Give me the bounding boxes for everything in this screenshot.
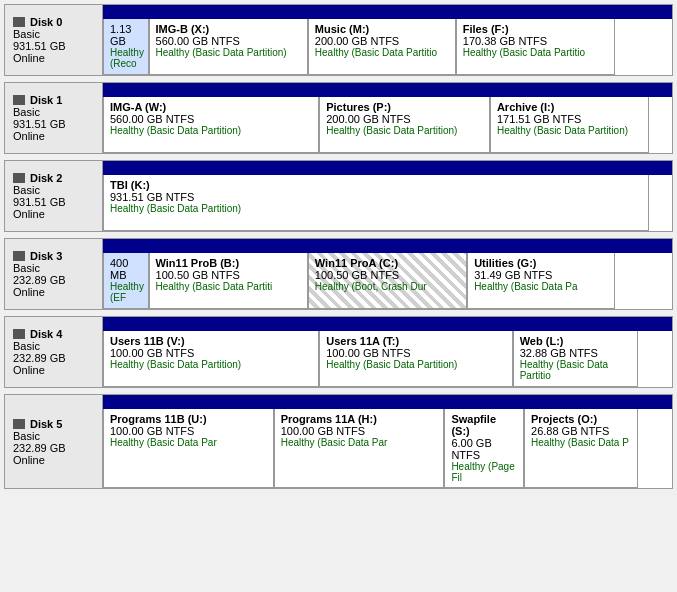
disk-type-1: Basic [13, 106, 94, 118]
partition-size-0-3: 170.38 GB NTFS [463, 35, 608, 47]
partition-status-0-2: Healthy (Basic Data Partitio [315, 47, 449, 58]
partition-4-1[interactable]: Users 11A (T:)100.00 GB NTFSHealthy (Bas… [319, 331, 512, 387]
disk-status-3: Online [13, 286, 94, 298]
disk-type-4: Basic [13, 340, 94, 352]
disk-name-5: Disk 5 [13, 418, 94, 430]
partition-status-3-3: Healthy (Basic Data Pa [474, 281, 608, 292]
partition-name-0-2: Music (M:) [315, 23, 449, 35]
partition-name-3-2: Win11 ProA (C:) [315, 257, 460, 269]
partition-name-5-2: Swapfile (S:) [451, 413, 517, 437]
partition-size-1-2: 171.51 GB NTFS [497, 113, 642, 125]
partitions-area-1: IMG-A (W:)560.00 GB NTFSHealthy (Basic D… [103, 83, 672, 153]
disk-name-2: Disk 2 [13, 172, 94, 184]
partition-size-4-2: 32.88 GB NTFS [520, 347, 631, 359]
partition-name-2-0: TBI (K:) [110, 179, 642, 191]
disk-name-1: Disk 1 [13, 94, 94, 106]
partition-size-4-0: 100.00 GB NTFS [110, 347, 312, 359]
partitions-area-4: Users 11B (V:)100.00 GB NTFSHealthy (Bas… [103, 317, 672, 387]
partitions-row-3: 400 MBHealthy (EFWin11 ProB (B:)100.50 G… [103, 253, 672, 309]
partition-2-0[interactable]: TBI (K:)931.51 GB NTFSHealthy (Basic Dat… [103, 175, 649, 231]
partition-size-5-0: 100.00 GB NTFS [110, 425, 267, 437]
disk-row-0: Disk 0Basic931.51 GBOnline1.13 GBHealthy… [4, 4, 673, 76]
partition-0-3[interactable]: Files (F:)170.38 GB NTFSHealthy (Basic D… [456, 19, 615, 75]
partition-status-2-0: Healthy (Basic Data Partition) [110, 203, 642, 214]
partition-status-5-1: Healthy (Basic Data Par [281, 437, 438, 448]
partition-5-0[interactable]: Programs 11B (U:)100.00 GB NTFSHealthy (… [103, 409, 274, 488]
partition-name-4-1: Users 11A (T:) [326, 335, 505, 347]
partition-1-1[interactable]: Pictures (P:)200.00 GB NTFSHealthy (Basi… [319, 97, 490, 153]
partition-status-4-0: Healthy (Basic Data Partition) [110, 359, 312, 370]
disk-size-4: 232.89 GB [13, 352, 94, 364]
disk-info-0: Disk 0Basic931.51 GBOnline [5, 5, 103, 75]
partitions-area-0: 1.13 GBHealthy (RecoIMG-B (X:)560.00 GB … [103, 5, 672, 75]
partition-0-1[interactable]: IMG-B (X:)560.00 GB NTFSHealthy (Basic D… [149, 19, 308, 75]
partition-status-0-1: Healthy (Basic Data Partition) [156, 47, 301, 58]
disk-size-0: 931.51 GB [13, 40, 94, 52]
partition-4-0[interactable]: Users 11B (V:)100.00 GB NTFSHealthy (Bas… [103, 331, 319, 387]
partition-status-5-2: Healthy (Page Fil [451, 461, 517, 483]
partitions-row-5: Programs 11B (U:)100.00 GB NTFSHealthy (… [103, 409, 672, 488]
partition-5-1[interactable]: Programs 11A (H:)100.00 GB NTFSHealthy (… [274, 409, 445, 488]
disk-size-5: 232.89 GB [13, 442, 94, 454]
disk-row-4: Disk 4Basic232.89 GBOnlineUsers 11B (V:)… [4, 316, 673, 388]
partition-1-0[interactable]: IMG-A (W:)560.00 GB NTFSHealthy (Basic D… [103, 97, 319, 153]
disk-status-4: Online [13, 364, 94, 376]
disk-row-2: Disk 2Basic931.51 GBOnlineTBI (K:)931.51… [4, 160, 673, 232]
partition-3-1[interactable]: Win11 ProB (B:)100.50 GB NTFSHealthy (Ba… [149, 253, 308, 309]
partition-name-1-1: Pictures (P:) [326, 101, 483, 113]
disk-name-0: Disk 0 [13, 16, 94, 28]
partition-name-4-2: Web (L:) [520, 335, 631, 347]
partition-size-3-0: 400 MB [110, 257, 142, 281]
partition-size-4-1: 100.00 GB NTFS [326, 347, 505, 359]
disk-type-0: Basic [13, 28, 94, 40]
disk-info-5: Disk 5Basic232.89 GBOnline [5, 395, 103, 488]
partition-3-2[interactable]: Win11 ProA (C:)100.50 GB NTFSHealthy (Bo… [308, 253, 467, 309]
partition-5-2[interactable]: Swapfile (S:)6.00 GB NTFSHealthy (Page F… [444, 409, 524, 488]
disk-status-2: Online [13, 208, 94, 220]
partition-size-5-3: 26.88 GB NTFS [531, 425, 631, 437]
partition-status-1-1: Healthy (Basic Data Partition) [326, 125, 483, 136]
partitions-area-3: 400 MBHealthy (EFWin11 ProB (B:)100.50 G… [103, 239, 672, 309]
partitions-row-1: IMG-A (W:)560.00 GB NTFSHealthy (Basic D… [103, 97, 672, 153]
disk-name-4: Disk 4 [13, 328, 94, 340]
partition-4-2[interactable]: Web (L:)32.88 GB NTFSHealthy (Basic Data… [513, 331, 638, 387]
partition-5-3[interactable]: Projects (O:)26.88 GB NTFSHealthy (Basic… [524, 409, 638, 488]
disk-header-bar-0 [103, 5, 672, 19]
disk-status-5: Online [13, 454, 94, 466]
disk-info-2: Disk 2Basic931.51 GBOnline [5, 161, 103, 231]
partition-size-5-2: 6.00 GB NTFS [451, 437, 517, 461]
disk-header-bar-5 [103, 395, 672, 409]
partition-status-3-2: Healthy (Boot, Crash Dur [315, 281, 460, 292]
partition-3-3[interactable]: Utilities (G:)31.49 GB NTFSHealthy (Basi… [467, 253, 615, 309]
disk-manager: Disk 0Basic931.51 GBOnline1.13 GBHealthy… [0, 0, 677, 499]
disk-type-5: Basic [13, 430, 94, 442]
disk-size-2: 931.51 GB [13, 196, 94, 208]
partition-size-3-2: 100.50 GB NTFS [315, 269, 460, 281]
partition-0-0[interactable]: 1.13 GBHealthy (Reco [103, 19, 149, 75]
disk-row-1: Disk 1Basic931.51 GBOnlineIMG-A (W:)560.… [4, 82, 673, 154]
partition-status-4-1: Healthy (Basic Data Partition) [326, 359, 505, 370]
disk-header-bar-4 [103, 317, 672, 331]
partitions-row-4: Users 11B (V:)100.00 GB NTFSHealthy (Bas… [103, 331, 672, 387]
partition-status-5-3: Healthy (Basic Data P [531, 437, 631, 448]
partition-name-3-1: Win11 ProB (B:) [156, 257, 301, 269]
partition-status-5-0: Healthy (Basic Data Par [110, 437, 267, 448]
partition-0-2[interactable]: Music (M:)200.00 GB NTFSHealthy (Basic D… [308, 19, 456, 75]
partition-status-3-0: Healthy (EF [110, 281, 142, 303]
partition-status-4-2: Healthy (Basic Data Partitio [520, 359, 631, 381]
partition-3-0[interactable]: 400 MBHealthy (EF [103, 253, 149, 309]
disk-size-1: 931.51 GB [13, 118, 94, 130]
partition-size-3-1: 100.50 GB NTFS [156, 269, 301, 281]
partition-name-1-0: IMG-A (W:) [110, 101, 312, 113]
partition-name-3-3: Utilities (G:) [474, 257, 608, 269]
disk-row-3: Disk 3Basic232.89 GBOnline400 MBHealthy … [4, 238, 673, 310]
partition-size-3-3: 31.49 GB NTFS [474, 269, 608, 281]
partition-1-2[interactable]: Archive (I:)171.51 GB NTFSHealthy (Basic… [490, 97, 649, 153]
partition-name-0-1: IMG-B (X:) [156, 23, 301, 35]
partition-status-3-1: Healthy (Basic Data Partiti [156, 281, 301, 292]
partition-size-1-1: 200.00 GB NTFS [326, 113, 483, 125]
partition-size-2-0: 931.51 GB NTFS [110, 191, 642, 203]
partitions-area-2: TBI (K:)931.51 GB NTFSHealthy (Basic Dat… [103, 161, 672, 231]
disk-header-bar-1 [103, 83, 672, 97]
partition-size-5-1: 100.00 GB NTFS [281, 425, 438, 437]
